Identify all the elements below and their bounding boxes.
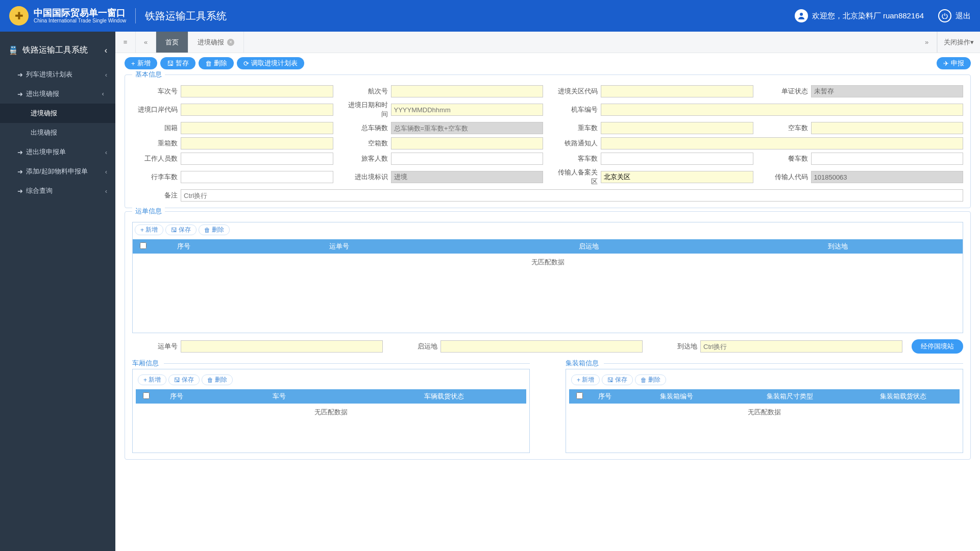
select-all-checkbox[interactable]	[576, 392, 583, 399]
sidebar-item-confirm[interactable]: ➜ 进出境确报 ⌄	[0, 84, 115, 104]
chevron-left-icon: ‹	[105, 187, 107, 195]
filer-area-input[interactable]	[601, 171, 753, 183]
to-place-input[interactable]	[700, 340, 902, 353]
select-all-checkbox[interactable]	[140, 242, 146, 249]
sidebar: 🚆 铁路运输工具系统 ‹ ➜ 列车进境计划表 ‹ ➜ 进出境确报 ⌄ 进境确报 …	[0, 32, 115, 551]
io-flag-input	[391, 171, 544, 183]
sidebar-sub-exit-confirm[interactable]: 出境确报	[0, 123, 115, 142]
tab-home[interactable]: 首页	[156, 32, 188, 53]
trash-icon: 🗑	[204, 227, 210, 234]
voyage-no-input[interactable]	[391, 85, 544, 97]
refresh-icon: ⟳	[243, 60, 249, 67]
rail-notifier-input[interactable]	[601, 137, 963, 149]
select-all-checkbox[interactable]	[143, 392, 150, 399]
sidebar-item-plan[interactable]: ➜ 列车进境计划表 ‹	[0, 65, 115, 84]
car-grid-body: 无匹配数据	[136, 404, 526, 449]
car-info-panel: 车厢信息 +新增 🖫保存 🗑删除 序号 车号 车辆载货	[132, 359, 530, 453]
dining-cars-input[interactable]	[811, 153, 964, 165]
chevron-left-icon: ‹	[105, 71, 107, 79]
tab-next-button[interactable]: »	[917, 32, 937, 53]
basic-info-panel: 基本信息 车次号 航次号 进境关区代码 单证状态 进境口岸代码 进境日期和时间 …	[125, 74, 971, 208]
car-add-button[interactable]: +新增	[138, 374, 166, 385]
panel-title: 运单信息	[132, 207, 165, 216]
trash-icon: 🗑	[207, 377, 213, 384]
car-delete-button[interactable]: 🗑删除	[202, 374, 233, 385]
waybill-grid-header: 序号 运单号 启运地 到达地	[133, 239, 963, 254]
container-info-panel: 集装箱信息 +新增 🖫保存 🗑删除 序号 集装箱编号	[566, 359, 963, 453]
loaded-cars-input[interactable]	[601, 122, 753, 134]
chevron-left-icon: ‹	[105, 148, 107, 156]
passenger-cars-input[interactable]	[601, 153, 753, 165]
passenger-cnt-input[interactable]	[391, 153, 544, 165]
customs-area-input[interactable]	[601, 85, 753, 97]
logout-button[interactable]: 退出	[938, 9, 971, 22]
user-icon	[795, 9, 808, 22]
waybill-save-button[interactable]: 🖫保存	[165, 224, 197, 235]
trash-icon: 🗑	[641, 377, 647, 384]
close-icon[interactable]: ×	[227, 39, 234, 46]
container-add-button[interactable]: +新增	[571, 374, 600, 385]
plus-icon: +	[577, 377, 580, 384]
staff-cnt-input[interactable]	[181, 153, 333, 165]
waybill-panel: 运单信息 +新增 🖫保存 🗑删除 序号 运单号 启运地 到达地 无匹配数据	[125, 211, 971, 460]
main-toolbar: +新增 🖫暂存 🗑删除 ⟳调取进境计划表 ✈申报	[115, 53, 980, 71]
nationality-input[interactable]	[181, 122, 333, 134]
sidebar-title: 🚆 铁路运输工具系统 ‹	[0, 41, 115, 65]
waybill-no-input[interactable]	[181, 340, 383, 353]
doc-status-input	[811, 85, 964, 97]
empty-cars-input[interactable]	[811, 122, 964, 134]
car-grid-header: 序号 车号 车辆载货状态	[136, 389, 526, 404]
from-place-input[interactable]	[440, 340, 643, 353]
sidebar-item-material[interactable]: ➜ 添加/起卸物料申报单 ‹	[0, 162, 115, 181]
train-no-input[interactable]	[181, 85, 333, 97]
luggage-cars-input[interactable]	[181, 171, 333, 183]
power-icon	[938, 9, 951, 22]
submit-button[interactable]: ✈申报	[937, 57, 971, 69]
sidebar-item-query[interactable]: ➜ 综合查询 ‹	[0, 181, 115, 201]
delete-button[interactable]: 🗑删除	[199, 57, 234, 69]
logout-label: 退出	[955, 11, 971, 21]
sidebar-sub-entry-confirm[interactable]: 进境确报	[0, 104, 115, 123]
car-save-button[interactable]: 🖫保存	[168, 374, 200, 385]
svg-point-0	[800, 13, 803, 16]
waybill-delete-button[interactable]: 🗑删除	[199, 224, 230, 235]
port-code-input[interactable]	[181, 104, 333, 116]
waybill-add-button[interactable]: +新增	[135, 224, 163, 235]
brand-block: 中国国际贸易单一窗口 China International Trade Sin…	[34, 8, 126, 24]
waybill-grid-body: 无匹配数据	[133, 254, 963, 333]
empty-boxes-input[interactable]	[391, 137, 544, 149]
menu-toggle-button[interactable]: ≡	[115, 32, 136, 53]
panel-title: 基本信息	[132, 71, 165, 79]
user-area: 欢迎您，北京染料厂 ruan882164	[795, 9, 924, 22]
arrow-right-icon: ➜	[17, 187, 23, 195]
sidebar-item-declare[interactable]: ➜ 进出境申报单 ‹	[0, 142, 115, 162]
container-save-button[interactable]: 🖫保存	[602, 374, 633, 385]
tab-entry-confirm[interactable]: 进境确报 ×	[188, 32, 244, 53]
container-delete-button[interactable]: 🗑删除	[635, 374, 666, 385]
system-title: 铁路运输工具系统	[145, 9, 227, 23]
route-station-button[interactable]: 经停国境站	[912, 339, 963, 354]
loaded-boxes-input[interactable]	[181, 137, 333, 149]
plus-icon: +	[140, 227, 144, 234]
add-button[interactable]: +新增	[125, 57, 157, 69]
plane-icon: ✈	[943, 60, 949, 67]
loco-no-input[interactable]	[601, 104, 963, 116]
tabbar: ≡ « 首页 进境确报 × » 关闭操作▾	[115, 32, 980, 53]
fetch-plan-button[interactable]: ⟳调取进境计划表	[237, 57, 304, 69]
chevron-left-icon[interactable]: ‹	[105, 46, 107, 55]
tab-prev-button[interactable]: «	[136, 32, 156, 53]
save-icon: 🖫	[607, 377, 614, 384]
container-grid-body: 无匹配数据	[569, 404, 960, 449]
chevron-left-icon: ‹	[105, 168, 107, 176]
divider	[135, 8, 136, 23]
save-temp-button[interactable]: 🖫暂存	[160, 57, 195, 69]
brand-title-en: China International Trade Single Window	[34, 18, 126, 23]
welcome-text: 欢迎您，北京染料厂 ruan882164	[812, 11, 924, 21]
main-area: ≡ « 首页 进境确报 × » 关闭操作▾ +新增 🖫暂存 🗑删除 ⟳调取进境计…	[115, 32, 980, 551]
app-header: ✚ 中国国际贸易单一窗口 China International Trade S…	[0, 0, 980, 32]
save-icon: 🖫	[174, 377, 180, 384]
remark-input[interactable]	[181, 189, 963, 202]
entry-dt-input[interactable]	[391, 104, 544, 116]
tab-close-ops[interactable]: 关闭操作▾	[937, 32, 980, 53]
arrow-right-icon: ➜	[17, 90, 23, 98]
